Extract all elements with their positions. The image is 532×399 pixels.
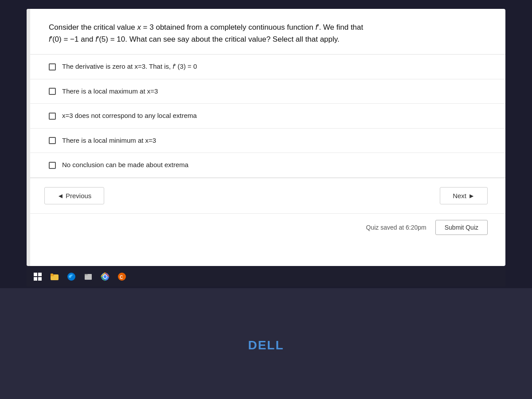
svg-point-7 xyxy=(67,273,75,281)
option-row-2[interactable]: There is a local maximum at x=3 xyxy=(27,79,505,104)
checkbox-2[interactable] xyxy=(49,88,56,95)
svg-text:C: C xyxy=(120,275,123,280)
option-label-1: The derivative is zero at x=3. That is, … xyxy=(62,62,197,72)
previous-button[interactable]: ◄ Previous xyxy=(44,187,104,204)
option-row-1[interactable]: The derivative is zero at x=3. That is, … xyxy=(27,55,505,79)
checkbox-1[interactable] xyxy=(49,63,56,70)
option-label-3: x=3 does not correspond to any local ext… xyxy=(62,111,197,121)
option-row-5[interactable]: No conclusion can be made about extrema xyxy=(27,153,505,178)
option-row-3[interactable]: x=3 does not correspond to any local ext… xyxy=(27,104,505,129)
svg-point-12 xyxy=(104,275,107,278)
option-row-4[interactable]: There is a local minimum at x=3 xyxy=(27,129,505,153)
options-area: The derivative is zero at x=3. That is, … xyxy=(27,55,505,178)
quiz-content: Consider the critical value x = 3 obtain… xyxy=(27,9,505,266)
explorer-icon[interactable] xyxy=(48,270,61,283)
previous-label: ◄ Previous xyxy=(57,192,91,200)
monitor-stand-area: DELL xyxy=(0,288,532,399)
option-label-4: There is a local minimum at x=3 xyxy=(62,136,156,146)
option-label-5: No conclusion can be made about extrema xyxy=(62,160,188,170)
start-button[interactable] xyxy=(31,270,44,283)
footer-area: Quiz saved at 6:20pm Submit Quiz xyxy=(27,213,505,241)
checkbox-5[interactable] xyxy=(49,162,56,169)
submit-quiz-button[interactable]: Submit Quiz xyxy=(435,220,488,235)
svg-rect-9 xyxy=(85,274,88,275)
dell-logo: DELL xyxy=(0,338,532,352)
svg-rect-6 xyxy=(51,274,53,275)
svg-rect-0 xyxy=(34,273,37,276)
option-label-2: There is a local maximum at x=3 xyxy=(62,86,158,97)
question-text: Consider the critical value x = 3 obtain… xyxy=(49,21,483,45)
sidebar-indicator xyxy=(27,9,30,266)
question-area: Consider the critical value x = 3 obtain… xyxy=(27,9,505,55)
taskbar: C xyxy=(27,267,505,286)
next-button[interactable]: Next ► xyxy=(440,187,488,204)
chrome-icon[interactable] xyxy=(98,270,112,283)
canvas-icon[interactable]: C xyxy=(115,270,129,283)
files-icon[interactable] xyxy=(82,270,95,283)
checkbox-4[interactable] xyxy=(49,137,56,144)
svg-rect-2 xyxy=(34,277,37,281)
checkbox-3[interactable] xyxy=(49,113,56,120)
next-label: Next ► xyxy=(453,192,475,200)
navigation-area: ◄ Previous Next ► xyxy=(27,178,505,213)
svg-rect-1 xyxy=(38,273,42,276)
quiz-saved-text: Quiz saved at 6:20pm xyxy=(366,224,426,231)
browser-icon[interactable] xyxy=(65,270,78,283)
svg-rect-3 xyxy=(38,277,42,281)
